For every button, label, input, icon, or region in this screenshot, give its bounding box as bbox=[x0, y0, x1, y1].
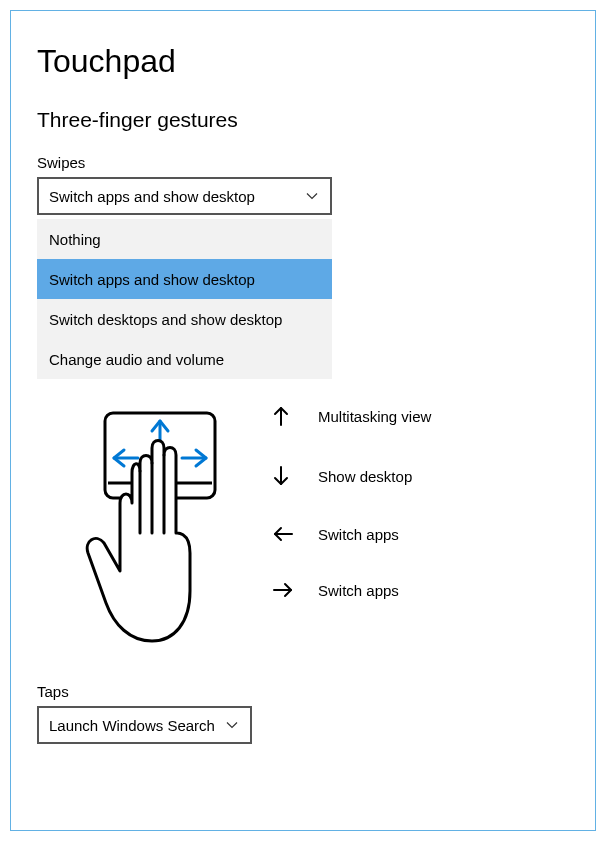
arrow-right-icon bbox=[272, 581, 318, 599]
arrow-down-icon bbox=[272, 465, 318, 487]
legend-row-up: Multitasking view bbox=[272, 405, 569, 427]
legend-right-label: Switch apps bbox=[318, 582, 399, 599]
settings-panel: Touchpad Three-finger gestures Swipes Sw… bbox=[10, 10, 596, 831]
arrow-up-icon bbox=[272, 405, 318, 427]
swipes-combobox[interactable]: Switch apps and show desktop bbox=[37, 177, 332, 215]
swipes-option-switch-apps-show-desktop[interactable]: Switch apps and show desktop bbox=[37, 259, 332, 299]
legend-left-label: Switch apps bbox=[318, 526, 399, 543]
chevron-down-icon bbox=[304, 188, 320, 204]
page-title: Touchpad bbox=[37, 43, 569, 80]
legend-up-label: Multitasking view bbox=[318, 408, 431, 425]
legend-row-left: Switch apps bbox=[272, 525, 569, 543]
swipes-label: Swipes bbox=[37, 154, 569, 171]
swipes-option-change-audio-volume[interactable]: Change audio and volume bbox=[37, 339, 332, 379]
legend-down-label: Show desktop bbox=[318, 468, 412, 485]
legend-row-right: Switch apps bbox=[272, 581, 569, 599]
arrow-left-icon bbox=[272, 525, 318, 543]
gesture-legend: Multitasking view Show desktop Switch ap… bbox=[272, 395, 569, 653]
swipes-option-nothing[interactable]: Nothing bbox=[37, 219, 332, 259]
section-title: Three-finger gestures bbox=[37, 108, 569, 132]
taps-combobox[interactable]: Launch Windows Search bbox=[37, 706, 252, 744]
gesture-illustration-area: Multitasking view Show desktop Switch ap… bbox=[37, 395, 569, 653]
legend-row-down: Show desktop bbox=[272, 465, 569, 487]
swipes-option-switch-desktops-show-desktop[interactable]: Switch desktops and show desktop bbox=[37, 299, 332, 339]
swipes-dropdown: Nothing Switch apps and show desktop Swi… bbox=[37, 219, 332, 379]
swipes-selected-value: Switch apps and show desktop bbox=[49, 188, 304, 205]
chevron-down-icon bbox=[224, 717, 240, 733]
taps-selected-value: Launch Windows Search bbox=[49, 717, 224, 734]
touchpad-hand-illustration bbox=[37, 395, 272, 653]
taps-label: Taps bbox=[37, 683, 569, 700]
